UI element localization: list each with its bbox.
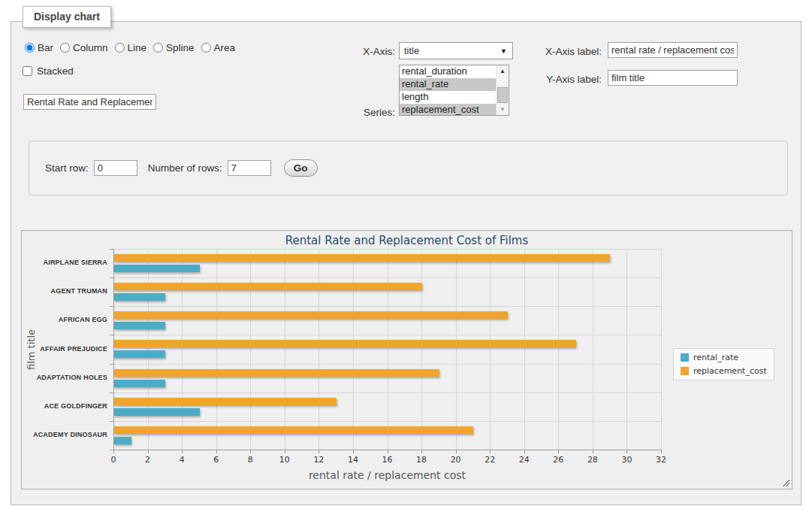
- gridline: [421, 249, 422, 450]
- x-tick: [421, 450, 422, 453]
- chart-type-column[interactable]: Column: [60, 42, 108, 53]
- x-tick-label: 16: [376, 455, 399, 465]
- scroll-up-icon[interactable]: ▲: [497, 65, 509, 77]
- bar-rental_rate: [114, 380, 165, 387]
- x-tick-label: 20: [445, 455, 467, 465]
- x-tick: [456, 450, 457, 453]
- series-option-rental_rate[interactable]: rental_rate: [400, 78, 496, 91]
- chart-type-radio-bar[interactable]: [25, 43, 35, 53]
- x-tick: [318, 450, 319, 453]
- chart-type-area[interactable]: Area: [201, 42, 236, 53]
- x-tick-label: 30: [615, 455, 638, 465]
- gridline: [661, 249, 662, 450]
- y-axis-label-caption: Y-Axis label:: [512, 74, 602, 85]
- go-button[interactable]: Go: [284, 159, 318, 177]
- x-axis-selected-value: title: [404, 45, 419, 56]
- series-multiselect[interactable]: rental_durationrental_ratelengthreplacem…: [399, 65, 509, 116]
- chart-type-label: Area: [214, 42, 236, 53]
- x-tick: [285, 450, 285, 453]
- gridline: [250, 249, 251, 450]
- bar-replacement_cost: [114, 283, 422, 290]
- gridline: [558, 249, 559, 450]
- chart-type-label: Column: [73, 42, 108, 53]
- gridline: [113, 364, 661, 365]
- chart-x-axis-title: rental rate / replacement cost: [113, 469, 661, 481]
- series-select-label: Series:: [316, 107, 395, 118]
- chart-type-radio-spline[interactable]: [153, 43, 163, 53]
- x-tick: [558, 450, 559, 453]
- gridline: [524, 249, 525, 450]
- legend-item-replacement_cost[interactable]: replacement_cost: [681, 366, 767, 376]
- x-tick: [388, 450, 388, 453]
- series-option-rental_duration[interactable]: rental_duration: [400, 65, 496, 78]
- x-tick: [250, 450, 251, 453]
- x-axis-label-caption: X-Axis label:: [512, 46, 602, 57]
- resize-handle-icon[interactable]: [781, 478, 789, 486]
- chart-type-radio-area[interactable]: [201, 43, 211, 53]
- chart-type-spline[interactable]: Spline: [153, 42, 195, 53]
- start-row-input[interactable]: [94, 160, 137, 176]
- chart-type-bar[interactable]: Bar: [25, 42, 53, 53]
- x-tick: [490, 450, 491, 453]
- x-tick-label: 24: [513, 455, 536, 465]
- series-option-replacement_cost[interactable]: replacement_cost: [400, 104, 496, 116]
- stacked-label: Stacked: [37, 65, 74, 77]
- x-tick: [661, 450, 662, 453]
- chart-type-line[interactable]: Line: [115, 42, 147, 53]
- x-tick-label: 18: [410, 455, 433, 465]
- x-tick-label: 32: [650, 455, 672, 465]
- legend-swatch: [681, 353, 689, 362]
- scroll-down-icon[interactable]: ▼: [497, 104, 509, 115]
- x-tick: [593, 450, 593, 453]
- gridline: [113, 335, 661, 335]
- scrollbar-thumb[interactable]: [497, 87, 508, 103]
- scrollbar[interactable]: ▲ ▼: [496, 65, 509, 115]
- gridline: [113, 306, 661, 307]
- x-tick-label: 6: [205, 455, 228, 465]
- stacked-checkbox-row[interactable]: Stacked: [23, 65, 74, 77]
- x-axis-label-input[interactable]: [608, 42, 738, 58]
- x-axis-select[interactable]: title ▼: [399, 42, 513, 59]
- bar-rental_rate: [114, 350, 165, 358]
- gridline: [490, 249, 491, 450]
- bar-rental_rate: [114, 265, 200, 272]
- bar-rental_rate: [114, 437, 131, 444]
- gridline: [113, 392, 661, 393]
- bar-replacement_cost: [114, 398, 337, 405]
- chart-type-radio-column[interactable]: [60, 43, 70, 53]
- bar-replacement_cost: [114, 311, 508, 319]
- category-label: AFRICAN EGG: [22, 316, 107, 323]
- x-axis-line: [113, 450, 662, 450]
- x-axis-select-label: X-Axis:: [316, 46, 395, 57]
- x-tick-label: 14: [342, 455, 364, 465]
- row-controls-box: Start row: Number of rows: Go: [29, 141, 788, 195]
- bar-chart: Rental Rate and Replacement Cost of Film…: [21, 230, 792, 489]
- x-tick: [626, 450, 627, 453]
- panel-legend: Display chart: [23, 6, 111, 28]
- gridline: [626, 249, 627, 450]
- x-tick-label: 2: [137, 455, 159, 465]
- legend-label: replacement_cost: [693, 366, 767, 376]
- legend-swatch: [681, 367, 689, 375]
- gridline: [113, 277, 661, 278]
- num-rows-input[interactable]: [228, 160, 271, 176]
- y-axis-label-input[interactable]: [608, 70, 738, 86]
- gridline: [318, 249, 319, 450]
- x-tick: [524, 450, 525, 453]
- bar-rental_rate: [114, 293, 165, 301]
- x-tick-label: 0: [102, 455, 125, 465]
- chart-type-radio-line[interactable]: [115, 43, 125, 53]
- stacked-checkbox[interactable]: [23, 66, 32, 76]
- x-tick-label: 10: [273, 455, 296, 465]
- x-tick-label: 4: [171, 455, 193, 465]
- gridline: [456, 249, 457, 450]
- chart-type-label: Line: [128, 42, 147, 53]
- series-option-length[interactable]: length: [400, 91, 496, 104]
- legend-item-rental_rate[interactable]: rental_rate: [681, 353, 767, 362]
- x-tick-label: 8: [239, 455, 261, 465]
- chart-legend: rental_ratereplacement_cost: [673, 348, 774, 380]
- chart-title-input[interactable]: [23, 94, 156, 110]
- chart-type-label: Bar: [38, 42, 53, 53]
- gridline: [148, 249, 149, 450]
- x-tick-label: 22: [478, 455, 501, 465]
